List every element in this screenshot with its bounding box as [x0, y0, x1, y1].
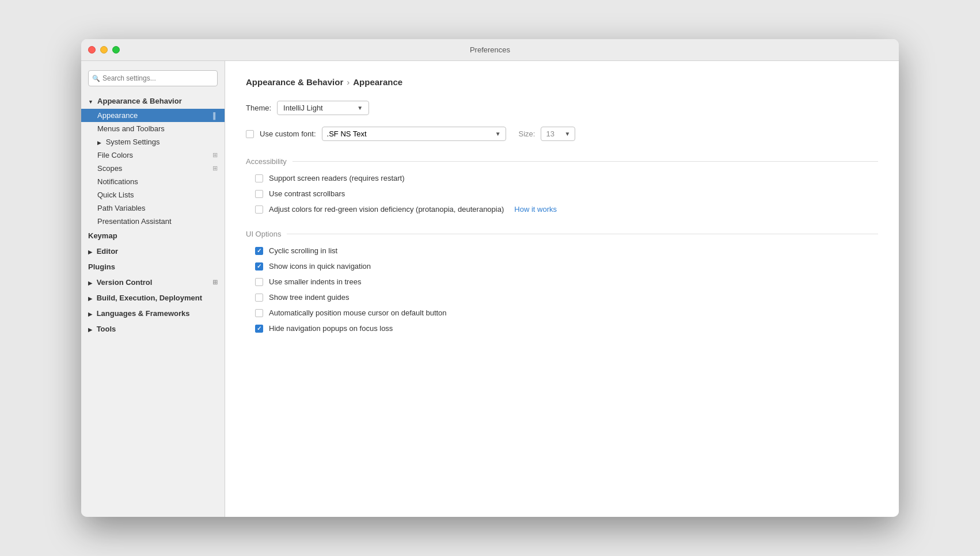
cyclic-scrolling-checkbox[interactable]: [255, 247, 263, 255]
close-button[interactable]: [88, 46, 96, 54]
font-row: Use custom font: .SF NS Text ▼ Size: 13 …: [246, 127, 878, 141]
sidebar-label-editor: Editor: [97, 247, 119, 256]
font-dropdown[interactable]: .SF NS Text ▼: [322, 127, 506, 141]
scroll-indicator: ▌: [213, 112, 218, 119]
sidebar-item-plugins[interactable]: Plugins: [81, 259, 225, 275]
how-it-works-link[interactable]: How it works: [514, 205, 557, 214]
color-adjust-row: Adjust colors for red-green vision defic…: [246, 205, 878, 214]
sidebar-item-appearance[interactable]: Appearance ▌: [81, 109, 225, 122]
sidebar-label-scopes: Scopes: [97, 164, 122, 173]
theme-dropdown[interactable]: IntelliJ Light ▼: [277, 101, 369, 115]
chevron-right-icon-build: [88, 296, 92, 302]
hide-navigation-popups-checkbox[interactable]: [255, 325, 263, 333]
sidebar-label-presentation-assistant: Presentation Assistant: [97, 217, 172, 226]
chevron-right-icon-editor: [88, 249, 92, 255]
sidebar-item-build[interactable]: Build, Execution, Deployment: [81, 290, 225, 306]
breadcrumb-current: Appearance: [353, 77, 402, 87]
window-title: Preferences: [470, 45, 510, 54]
accessibility-section-title: Accessibility: [246, 157, 878, 166]
chevron-right-icon-vc: [88, 280, 92, 286]
sidebar-item-notifications[interactable]: Notifications: [81, 175, 225, 188]
chevron-right-icon: [97, 140, 101, 146]
sidebar-item-scopes[interactable]: Scopes ⊞: [81, 162, 225, 175]
theme-label: Theme:: [246, 104, 271, 112]
theme-value: IntelliJ Light: [283, 104, 323, 112]
cyclic-scrolling-row: Cyclic scrolling in list: [246, 246, 878, 255]
ui-options-section: UI Options Cyclic scrolling in list Show…: [246, 230, 878, 333]
search-input[interactable]: [88, 70, 218, 86]
sidebar-label-appearance-behavior: Appearance & Behavior: [97, 97, 182, 105]
breadcrumb: Appearance & Behavior › Appearance: [246, 77, 878, 87]
tree-indent-guides-row: Show tree indent guides: [246, 293, 878, 302]
screen-readers-checkbox[interactable]: [255, 174, 263, 182]
minimize-button[interactable]: [100, 46, 108, 54]
copy-icon-scopes: ⊞: [212, 165, 218, 172]
tree-indent-guides-label: Show tree indent guides: [269, 293, 349, 302]
breadcrumb-separator: ›: [347, 77, 350, 87]
sidebar-label-plugins: Plugins: [88, 262, 115, 271]
sidebar-label-languages: Languages & Frameworks: [97, 309, 190, 318]
sidebar-label-file-colors: File Colors: [97, 151, 133, 159]
traffic-lights: [88, 46, 120, 54]
sidebar-label-quick-lists: Quick Lists: [97, 191, 134, 199]
sidebar-item-appearance-behavior[interactable]: Appearance & Behavior: [81, 93, 225, 109]
contrast-scrollbars-label: Use contrast scrollbars: [269, 189, 345, 198]
show-icons-checkbox[interactable]: [255, 262, 263, 271]
sidebar-label-appearance: Appearance: [97, 111, 138, 120]
custom-font-checkbox[interactable]: [246, 130, 254, 138]
contrast-scrollbars-checkbox[interactable]: [255, 190, 263, 198]
smaller-indents-checkbox[interactable]: [255, 278, 263, 286]
sidebar-label-version-control: Version Control: [97, 278, 153, 287]
titlebar: Preferences: [81, 39, 899, 61]
sidebar-label-menus-toolbars: Menus and Toolbars: [97, 124, 165, 133]
sidebar-item-version-control[interactable]: Version Control ⊞: [81, 275, 225, 290]
sidebar-item-languages[interactable]: Languages & Frameworks: [81, 306, 225, 321]
contrast-scrollbars-row: Use contrast scrollbars: [246, 189, 878, 198]
sidebar-item-path-variables[interactable]: Path Variables: [81, 201, 225, 215]
mouse-cursor-checkbox[interactable]: [255, 309, 263, 317]
theme-row: Theme: IntelliJ Light ▼: [246, 101, 878, 115]
mouse-cursor-row: Automatically position mouse cursor on d…: [246, 309, 878, 317]
theme-dropdown-arrow: ▼: [357, 105, 363, 111]
chevron-right-icon-lang: [88, 311, 92, 317]
chevron-right-icon-tools: [88, 327, 92, 333]
sidebar: 🔍 Appearance & Behavior Appearance ▌ Men…: [81, 61, 225, 517]
copy-icon-vc: ⊞: [212, 279, 218, 286]
sidebar-item-menus-toolbars[interactable]: Menus and Toolbars: [81, 122, 225, 135]
size-dropdown[interactable]: 13 ▼: [541, 127, 575, 141]
sidebar-label-path-variables: Path Variables: [97, 204, 146, 212]
main-panel: Appearance & Behavior › Appearance Theme…: [225, 61, 899, 517]
color-adjust-checkbox[interactable]: [255, 205, 263, 214]
copy-icon-file-colors: ⊞: [212, 151, 218, 159]
maximize-button[interactable]: [112, 46, 120, 54]
custom-font-label: Use custom font:: [260, 130, 316, 138]
sidebar-item-quick-lists[interactable]: Quick Lists: [81, 188, 225, 201]
tree-indent-guides-checkbox[interactable]: [255, 294, 263, 302]
color-adjust-label: Adjust colors for red-green vision defic…: [269, 205, 504, 214]
sidebar-label-keymap: Keymap: [88, 231, 117, 240]
size-label: Size:: [519, 130, 535, 138]
sidebar-label-notifications: Notifications: [97, 177, 138, 186]
hide-navigation-popups-row: Hide navigation popups on focus loss: [246, 324, 878, 333]
size-value: 13: [546, 130, 554, 138]
sidebar-item-tools[interactable]: Tools: [81, 321, 225, 337]
sidebar-item-file-colors[interactable]: File Colors ⊞: [81, 148, 225, 162]
mouse-cursor-label: Automatically position mouse cursor on d…: [269, 309, 447, 317]
breadcrumb-parent: Appearance & Behavior: [246, 77, 343, 87]
smaller-indents-row: Use smaller indents in trees: [246, 277, 878, 286]
smaller-indents-label: Use smaller indents in trees: [269, 277, 361, 286]
content-area: 🔍 Appearance & Behavior Appearance ▌ Men…: [81, 61, 899, 517]
font-dropdown-arrow: ▼: [495, 131, 501, 137]
sidebar-item-system-settings[interactable]: System Settings: [81, 135, 225, 148]
sidebar-item-editor[interactable]: Editor: [81, 243, 225, 259]
search-icon: 🔍: [92, 75, 100, 82]
sidebar-label-tools: Tools: [97, 325, 116, 333]
accessibility-section: Accessibility Support screen readers (re…: [246, 157, 878, 214]
screen-readers-row: Support screen readers (requires restart…: [246, 174, 878, 182]
show-icons-label: Show icons in quick navigation: [269, 262, 371, 271]
size-dropdown-arrow: ▼: [565, 131, 571, 137]
sidebar-item-keymap[interactable]: Keymap: [81, 228, 225, 243]
sidebar-item-presentation-assistant[interactable]: Presentation Assistant: [81, 215, 225, 228]
ui-options-section-title: UI Options: [246, 230, 878, 238]
sidebar-label-system-settings: System Settings: [106, 138, 160, 146]
